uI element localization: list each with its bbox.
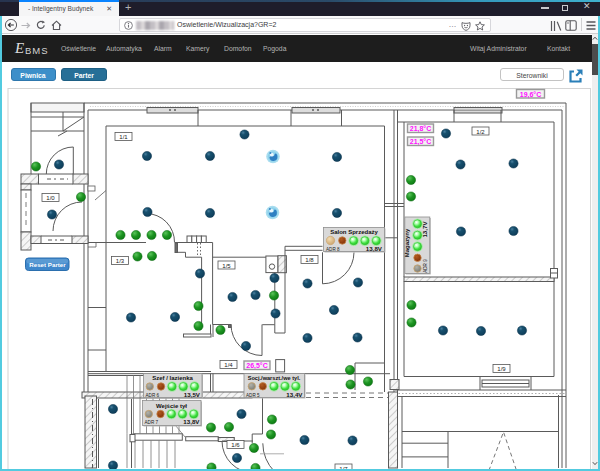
svg-text:1/0: 1/0 xyxy=(46,195,55,201)
svg-text:1/3: 1/3 xyxy=(116,258,125,264)
svg-text:Szef / lazienka: Szef / lazienka xyxy=(152,375,193,381)
svg-text:21,5°C: 21,5°C xyxy=(410,138,431,146)
svg-text:1/4: 1/4 xyxy=(224,362,233,368)
svg-text:Socj./warszt./we tyl.: Socj./warszt./we tyl. xyxy=(248,375,301,381)
svg-text:13,4V: 13,4V xyxy=(286,391,303,398)
svg-text:ADR 6: ADR 6 xyxy=(146,393,160,398)
svg-text:19,6°C: 19,6°C xyxy=(520,91,541,99)
svg-text:ADR 7: ADR 7 xyxy=(145,420,159,425)
svg-text:1/8: 1/8 xyxy=(305,257,314,263)
svg-text:1/6: 1/6 xyxy=(231,442,240,448)
svg-text:1/2: 1/2 xyxy=(476,129,485,135)
svg-text:26,5°C: 26,5°C xyxy=(246,362,267,370)
svg-text:13,8V: 13,8V xyxy=(183,418,200,425)
svg-text:Salon Sprzedaży: Salon Sprzedaży xyxy=(330,229,378,235)
svg-text:ADR 5: ADR 5 xyxy=(246,393,260,398)
svg-text:Magazyny: Magazyny xyxy=(404,228,410,257)
svg-text:Reset Parter: Reset Parter xyxy=(29,261,66,268)
svg-text:13,7V: 13,7V xyxy=(421,221,428,238)
svg-text:21,8°C: 21,8°C xyxy=(410,125,431,133)
svg-text:13,5V: 13,5V xyxy=(184,391,201,398)
svg-text:ADR 8: ADR 8 xyxy=(326,247,340,252)
svg-text:1/5: 1/5 xyxy=(222,263,231,269)
svg-text:13,8V: 13,8V xyxy=(366,245,383,252)
svg-text:1/9: 1/9 xyxy=(497,366,506,372)
svg-text:ADR 9: ADR 9 xyxy=(423,259,428,273)
svg-text:Wejście tył: Wejście tył xyxy=(156,403,187,409)
svg-text:1/1: 1/1 xyxy=(119,134,128,140)
